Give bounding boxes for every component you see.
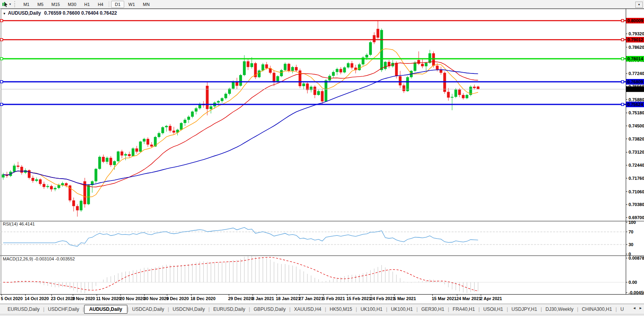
candlestick-series <box>2 21 480 217</box>
tab-usdchf-daily[interactable]: USDCHF,Daily <box>44 305 83 313</box>
chart-ohlc-values: 0.76559 0.76600 0.76404 0.76422 <box>44 10 117 16</box>
price-badge-0.76422: 0.76422 <box>626 87 644 92</box>
svg-text:0.75624: 0.75624 <box>627 102 644 107</box>
rsi-indicator-label: RSI(14) 46.4141 <box>3 222 35 226</box>
tab-usdcnh-daily[interactable]: USDCNH,Daily <box>169 305 208 313</box>
tab-fra40-h1[interactable]: FRA40,H1 <box>449 305 479 313</box>
svg-text:0.80009: 0.80009 <box>627 18 643 23</box>
timeframe-button-W1[interactable]: W1 <box>125 1 139 8</box>
rsi-tick-label: 30 <box>629 242 633 247</box>
price-badge-0.80009: 0.80009 <box>626 18 644 23</box>
price-tick-label: 0.71060 <box>629 189 644 194</box>
macd-tick-label: 0.008785 <box>629 256 644 260</box>
tab-xauusd-h4[interactable]: XAUUSD,H4 <box>290 305 325 313</box>
chevron-down-icon[interactable]: ▼ <box>9 3 12 6</box>
chart-title: ▼AUDUSD,Daily0.76559 0.76600 0.76404 0.7… <box>3 10 117 16</box>
timeframe-button-M1[interactable]: M1 <box>20 1 33 8</box>
tab-hk50-m15[interactable]: HK50,M15 <box>326 305 356 313</box>
price-tick-label: 0.73820 <box>629 137 644 141</box>
tab-audusd-daily[interactable]: AUDUSD,Daily <box>84 305 127 314</box>
toolbar-grip[interactable] <box>14 1 17 7</box>
chart-tab-bar: EURUSD,Daily|USDCHF,Daily|AUDUSD,Daily|U… <box>0 304 644 316</box>
timeframe-button-M5[interactable]: M5 <box>34 1 47 8</box>
price-level-line-0.75624[interactable] <box>0 103 626 106</box>
timeframe-button-D1[interactable]: D1 <box>111 1 124 8</box>
price-level-line-0.78014[interactable] <box>0 58 626 60</box>
indicator-line <box>3 49 478 197</box>
macd-tick-label: 0.00 <box>629 280 637 285</box>
tab-china300-h1[interactable]: CHINA300,H1 <box>578 305 615 313</box>
time-tick-label: 18 Dec 2020 <box>190 296 215 301</box>
time-tick-label: 23 Oct 2020 <box>51 296 75 301</box>
price-tick-label: 0.72440 <box>629 163 644 168</box>
timeframe-button-M15[interactable]: M15 <box>48 1 63 8</box>
price-tick-label: 0.79320 <box>629 31 644 36</box>
price-level-line-0.79012[interactable] <box>0 39 626 41</box>
tab-usdcad-daily[interactable]: USDCAD,Daily <box>129 305 168 313</box>
svg-text:0.78014: 0.78014 <box>627 56 644 61</box>
tab-uk100-h1[interactable]: UK100,H1 <box>357 305 386 313</box>
timeframe-button-H1[interactable]: H1 <box>81 1 93 8</box>
svg-text:0.76422: 0.76422 <box>627 87 643 92</box>
price-tick-label: 0.75880 <box>629 97 644 102</box>
tabstrip-bottom <box>0 314 644 316</box>
price-tick-label: 0.73120 <box>629 150 644 154</box>
price-tick-label: 0.77240 <box>629 71 644 76</box>
time-tick-label: 14 Oct 2020 <box>25 296 49 301</box>
panel-separator[interactable] <box>0 221 644 222</box>
price-tick-label: 0.70380 <box>629 202 644 207</box>
tab-uk100-h1[interactable]: UK100,H1 <box>387 305 416 313</box>
timeframe-button-H4[interactable]: H4 <box>94 1 107 8</box>
tab-scroll-arrows: ◄ ► <box>629 306 642 310</box>
price-tick-label: 0.69700 <box>629 215 644 220</box>
timeframe-toolbar: M1M5M15M30H1H4D1W1MN <box>19 1 154 8</box>
price-badge-0.78014: 0.78014 <box>626 56 644 62</box>
indicator-line <box>3 227 478 247</box>
price-tick-label: 0.75180 <box>629 110 644 115</box>
price-level-line-0.76809[interactable] <box>0 81 626 83</box>
timeframe-button-MN[interactable]: MN <box>139 1 153 8</box>
macd-indicator-label: MACD(12,26,9) -0.003104 -0.003552 <box>3 256 75 261</box>
time-tick-label: 8 Jan 2021 <box>252 296 274 301</box>
tab-dj30-weekly[interactable]: DJ30,Weekly <box>542 305 577 313</box>
price-badge-0.79012: 0.79012 <box>626 37 644 42</box>
time-tick-label: 24 Feb 2021 <box>370 296 395 301</box>
mt4-terminal: { "toolbar": { "timeframes": ["M1","M5",… <box>0 0 644 316</box>
tab-eurusd-daily[interactable]: EURUSD,Daily <box>4 305 43 313</box>
time-tick-label: 15 Mar 2021 <box>432 296 456 301</box>
toolbar: ▼ M1M5M15M30H1H4D1W1MN <box>0 0 644 9</box>
svg-text:0.76809: 0.76809 <box>627 79 643 84</box>
time-tick-label: 27 Jan 2021 <box>299 296 323 301</box>
tab-gbpusd-daily[interactable]: GBPUSD,Daily <box>250 305 289 313</box>
tab-u[interactable]: U <box>617 305 627 313</box>
tab-scroll-left-icon[interactable]: ◄ <box>632 306 636 310</box>
time-tick-label: 5 Mar 2021 <box>394 296 416 301</box>
price-tick-label: 0.74500 <box>629 123 644 128</box>
time-tick-label: 15 Feb 2021 <box>346 296 371 301</box>
chart-collapse-icon[interactable]: ▼ <box>3 12 6 15</box>
svg-text:0.79012: 0.79012 <box>627 37 643 42</box>
timeframe-button-M30[interactable]: M30 <box>64 1 80 8</box>
time-tick-label: 2 Nov 2020 <box>72 296 95 301</box>
chart-cursor-icon[interactable] <box>2 1 8 7</box>
tab-ger30-h1[interactable]: GER30,H1 <box>418 305 448 313</box>
rsi-tick-label: 100 <box>629 220 636 225</box>
macd-tick-label: -0.004503 <box>629 290 644 295</box>
tab-usoil-h1[interactable]: USOil,H1 <box>480 305 507 313</box>
price-badge-0.76809: 0.76809 <box>626 79 644 85</box>
time-tick-label: 24 Mar 2021 <box>456 296 481 301</box>
tab-usdjpy-h1[interactable]: USDJPY,H1 <box>508 305 540 313</box>
chart-canvas[interactable]: 0.793200.786200.779400.772400.765600.758… <box>0 8 644 304</box>
time-tick-label: 2 Apr 2021 <box>480 296 502 301</box>
tab-eurusd-daily[interactable]: EURUSD,Daily <box>210 305 249 313</box>
toolbar-overflow-button[interactable]: ▼ <box>635 2 643 8</box>
time-tick-label: 18 Jan 2021 <box>276 296 300 301</box>
price-tick-label: 0.78620 <box>629 45 644 50</box>
time-tick-label: 20 Nov 2020 <box>120 296 145 301</box>
price-tick-label: 0.71760 <box>629 176 644 181</box>
price-level-line-0.80009[interactable] <box>0 19 626 22</box>
chart-symbol-label: AUDUSD,Daily <box>8 10 41 16</box>
panel-separator[interactable] <box>0 255 644 256</box>
price-badge-0.75624: 0.75624 <box>626 102 644 107</box>
tab-scroll-right-icon[interactable]: ► <box>639 306 642 310</box>
